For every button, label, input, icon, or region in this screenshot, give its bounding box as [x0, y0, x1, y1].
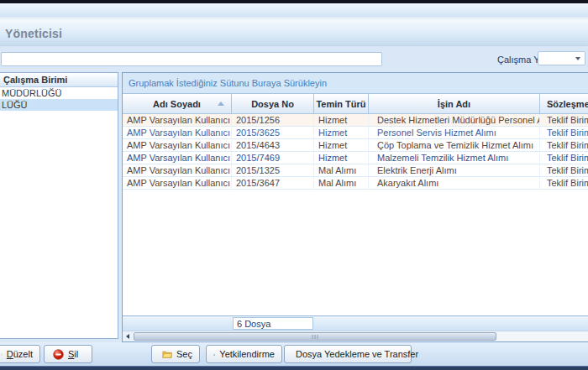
authorize-button-label: Yetkilendirme — [219, 349, 275, 359]
open-folder-icon — [162, 349, 172, 359]
files-grid: Gruplamak İstediğiniz Sütunu Buraya Sürü… — [122, 72, 588, 342]
work-unit-item-selected[interactable]: LÜĞÜ — [0, 99, 118, 111]
search-input[interactable] — [1, 52, 382, 66]
group-by-drop-zone[interactable]: Gruplamak İstediğiniz Sütunu Buraya Sürü… — [123, 73, 588, 93]
chevron-down-icon[interactable] — [575, 57, 580, 60]
grid-empty-area — [123, 190, 588, 315]
work-unit-header: Çalışma Birimi — [0, 73, 118, 87]
backup-transfer-button[interactable]: Dosya Yedekleme ve Transfer — [284, 345, 412, 363]
user-key-icon — [213, 349, 215, 360]
grid-summary-row: 6 Dosya — [123, 315, 588, 331]
column-header-name[interactable]: Adı Soyadı — [123, 94, 232, 114]
table-row[interactable]: AMP Varsayılan Kullanıcı 2015/3647 Mal A… — [123, 177, 588, 190]
column-header-contract[interactable]: Sözleşme Tipi — [540, 94, 588, 114]
app-window: Yöneticisi Çalışma Yılı Çalışma Birimi M… — [0, 0, 588, 370]
table-row[interactable]: AMP Varsayılan Kullanıcı 2015/4643 Hizme… — [123, 139, 588, 152]
backup-transfer-button-label: Dosya Yedekleme ve Transfer — [296, 349, 418, 359]
bottom-button-bar: Düzelt Sil Seç Yetkilendirme — [0, 342, 588, 366]
table-row[interactable]: AMP Varsayılan Kullanıcı 2015/1256 Hizme… — [123, 114, 588, 127]
year-combobox[interactable] — [538, 51, 585, 65]
delete-icon — [53, 349, 64, 360]
edit-button-label: Düzelt — [7, 349, 33, 359]
select-button[interactable]: Seç — [151, 345, 200, 363]
select-button-label: Seç — [176, 349, 192, 359]
edit-pencil-icon — [1, 349, 3, 360]
horizontal-scrollbar[interactable] — [123, 331, 588, 341]
scrollbar-thumb[interactable] — [134, 332, 496, 341]
scrollbar-grip-icon — [312, 335, 318, 339]
table-row[interactable]: AMP Varsayılan Kullanıcı 2015/1325 Mal A… — [123, 164, 588, 177]
scroll-left-arrow-icon[interactable] — [123, 331, 134, 341]
table-row[interactable]: AMP Varsayılan Kullanıcı 2015/7469 Hizme… — [123, 152, 588, 164]
file-count-badge: 6 Dosya — [233, 317, 313, 330]
work-unit-panel: Çalışma Birimi MÜDÜRLÜĞÜ LÜĞÜ — [0, 72, 118, 339]
toolbar-band — [0, 3, 588, 18]
column-header-file-no[interactable]: Dosya No — [232, 94, 314, 114]
delete-button[interactable]: Sil — [44, 345, 92, 363]
authorize-button[interactable]: Yetkilendirme — [206, 345, 282, 363]
grid-header-row: Adı Soyadı Dosya No Temin Türü İşin Adı … — [123, 93, 588, 114]
page-title: Yöneticisi — [5, 27, 62, 40]
table-row[interactable]: AMP Varsayılan Kullanıcı 2015/3625 Hizme… — [123, 127, 588, 139]
work-unit-item[interactable]: MÜDÜRLÜĞÜ — [0, 87, 118, 99]
title-band: Yöneticisi — [0, 19, 588, 46]
edit-button[interactable]: Düzelt — [0, 345, 40, 363]
column-header-job[interactable]: İşin Adı — [369, 94, 540, 114]
delete-button-label: Sil — [68, 349, 78, 359]
sort-ascending-icon — [218, 102, 224, 106]
column-header-type[interactable]: Temin Türü — [314, 94, 369, 114]
bottom-edge-strip — [0, 366, 588, 370]
